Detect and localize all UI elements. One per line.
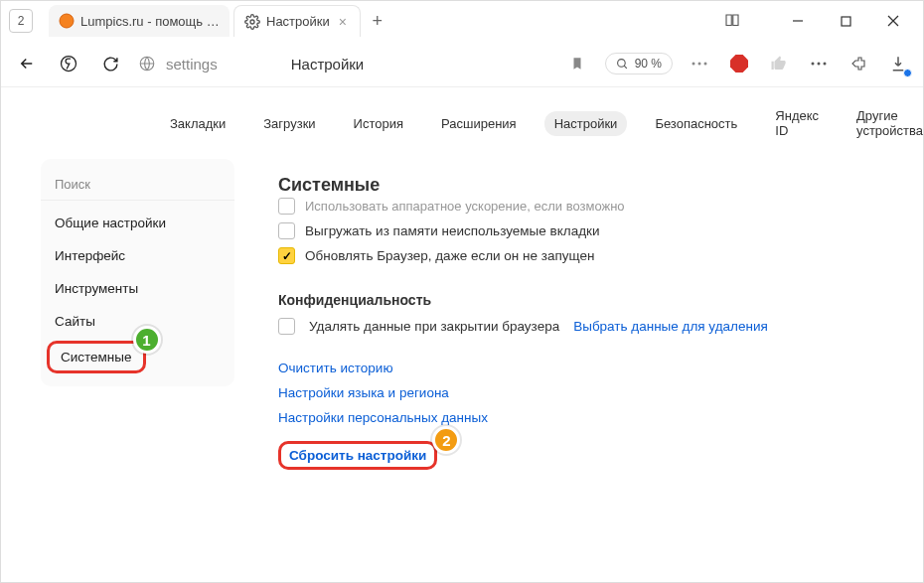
globe-icon (138, 55, 156, 73)
tab-count-indicator[interactable]: 2 (9, 9, 33, 33)
svg-point-8 (617, 59, 625, 67)
sidebar-item-general[interactable]: Общие настройки (41, 207, 234, 239)
link-label: Сбросить настройки (289, 448, 426, 463)
window-titlebar: 2 Lumpics.ru - помощь с ком Настройки × … (1, 1, 923, 41)
magnify-icon (616, 58, 629, 71)
zoom-value: 90 % (635, 57, 662, 71)
svg-point-15 (824, 63, 827, 66)
option-update-browser[interactable]: Обновлять Браузер, даже если он не запущ… (278, 247, 883, 264)
tab-lumpics[interactable]: Lumpics.ru - помощь с ком (49, 5, 230, 37)
more-menu-icon[interactable] (806, 51, 832, 76)
topnav-devices[interactable]: Другие устройства (847, 103, 924, 143)
section-heading-privacy: Конфиденциальность (278, 292, 883, 308)
favicon-lumpics (59, 13, 75, 29)
topnav-downloads[interactable]: Загрузки (253, 111, 325, 136)
tab-settings[interactable]: Настройки × (233, 5, 361, 37)
link-language-region[interactable]: Настройки языка и региона (278, 385, 883, 400)
checkbox-label: Использовать аппаратное ускорение, если … (305, 199, 625, 214)
url-box[interactable]: settings (138, 55, 218, 73)
section-heading-system: Системные (278, 175, 883, 196)
reload-button[interactable] (96, 50, 124, 77)
svg-point-0 (60, 14, 74, 28)
checkbox-label: Удалять данные при закрытии браузера (309, 319, 559, 334)
zoom-indicator[interactable]: 90 % (605, 53, 673, 74)
settings-sidebar: Поиск Общие настройки Интерфейс Инструме… (41, 159, 234, 386)
yandex-home-icon[interactable] (55, 50, 82, 77)
topnav-history[interactable]: История (344, 111, 413, 136)
tab-label: Настройки (266, 14, 330, 29)
svg-point-11 (698, 63, 701, 66)
close-tab-icon[interactable]: × (336, 15, 350, 29)
annotation-badge-1: 1 (133, 326, 161, 354)
url-path: settings (166, 56, 218, 73)
tab-label: Lumpics.ru - помощь с ком (80, 14, 220, 29)
link-choose-data[interactable]: Выбрать данные для удаления (573, 319, 768, 334)
address-bar: settings Настройки 90 % (1, 41, 923, 86)
gear-icon (244, 14, 260, 30)
settings-topnav: Закладки Загрузки История Расширения Нас… (1, 87, 923, 159)
checkbox-label: Обновлять Браузер, даже если он не запущ… (305, 248, 594, 263)
thumbs-icon[interactable] (766, 51, 792, 76)
link-clear-history[interactable]: Очистить историю (278, 361, 883, 375)
window-minimize-button[interactable] (776, 5, 820, 37)
reader-mode-icon[interactable] (716, 12, 748, 30)
checkbox[interactable] (278, 222, 295, 239)
topnav-extensions[interactable]: Расширения (431, 111, 527, 136)
topnav-yandexid[interactable]: Яндекс ID (765, 103, 829, 143)
sidebar-item-label: Системные (61, 350, 132, 364)
option-clear-on-close: Удалять данные при закрытии браузера Выб… (278, 318, 883, 335)
new-tab-button[interactable]: + (365, 8, 390, 34)
topnav-bookmarks[interactable]: Закладки (160, 111, 235, 136)
checkbox[interactable] (278, 318, 295, 335)
sidebar-item-interface[interactable]: Интерфейс (41, 239, 234, 272)
topnav-security[interactable]: Безопасность (645, 111, 747, 136)
link-reset-settings[interactable]: Сбросить настройки 2 (278, 441, 437, 470)
svg-point-1 (250, 20, 254, 24)
settings-content: Системные Использовать аппаратное ускоре… (254, 159, 907, 496)
adblock-icon[interactable] (726, 51, 752, 76)
window-maximize-button[interactable] (824, 5, 867, 37)
svg-point-12 (704, 63, 707, 66)
link-personal-data[interactable]: Настройки персональных данных (278, 410, 883, 425)
back-button[interactable] (13, 50, 41, 77)
main-area: Поиск Общие настройки Интерфейс Инструме… (1, 159, 923, 496)
bookmark-icon[interactable] (563, 50, 591, 77)
option-unload-tabs[interactable]: Выгружать из памяти неиспользуемые вклад… (278, 222, 883, 239)
svg-line-9 (624, 66, 627, 69)
downloads-icon[interactable] (885, 51, 911, 76)
topnav-settings[interactable]: Настройки (544, 111, 628, 136)
checkbox-label: Выгружать из памяти неиспользуемые вклад… (305, 223, 599, 238)
address-page-title: Настройки (291, 56, 365, 73)
extensions-icon[interactable] (846, 51, 871, 76)
svg-point-14 (818, 63, 821, 66)
window-close-button[interactable] (871, 5, 915, 37)
sidebar-item-tools[interactable]: Инструменты (41, 272, 234, 305)
option-hardware-accel[interactable]: Использовать аппаратное ускорение, если … (278, 198, 883, 215)
checkbox[interactable] (278, 198, 295, 215)
sidebar-search[interactable]: Поиск (41, 169, 234, 201)
svg-rect-3 (842, 17, 850, 26)
sidebar-item-system[interactable]: Системные 1 (47, 341, 146, 373)
more-tools-icon[interactable] (687, 51, 712, 76)
svg-point-13 (812, 63, 815, 66)
checkbox-checked[interactable] (278, 247, 295, 264)
svg-point-10 (693, 63, 695, 66)
annotation-badge-2: 2 (432, 426, 460, 454)
